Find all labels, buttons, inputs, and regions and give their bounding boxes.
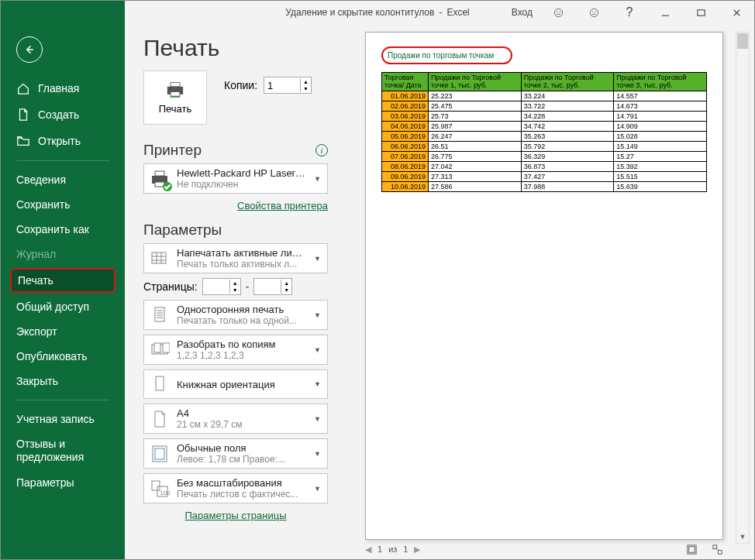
main-area: Печать Печать Копии: ▲▼ Принтер i bbox=[125, 24, 754, 559]
svg-point-3 bbox=[590, 9, 598, 16]
orientation-selector[interactable]: Книжная ориентация ▼ bbox=[143, 369, 328, 399]
copies-input[interactable] bbox=[264, 78, 300, 93]
nav-open[interactable]: Открыть bbox=[1, 128, 125, 154]
printer-heading: Принтер i bbox=[143, 142, 328, 159]
page-setup-link[interactable]: Параметры страницы bbox=[184, 510, 286, 521]
table-row: 07.06.201926.77536.32915.27 bbox=[382, 152, 707, 162]
chevron-down-icon: ▼ bbox=[312, 311, 322, 319]
divider bbox=[16, 160, 109, 161]
print-preview: Продажи по торговым точкам Торговая точк… bbox=[342, 24, 754, 559]
svg-rect-12 bbox=[155, 171, 164, 176]
scroll-down-icon[interactable]: ▼ bbox=[736, 530, 749, 543]
printer-properties-link[interactable]: Свойства принтера bbox=[237, 200, 328, 211]
table-row: 08.06.201927.04236.87315.392 bbox=[382, 162, 707, 172]
minimize-button[interactable] bbox=[647, 1, 683, 24]
svg-rect-22 bbox=[155, 448, 164, 459]
page-from-spinner[interactable]: ▲▼ bbox=[202, 278, 241, 295]
page-title: Печать bbox=[143, 35, 328, 61]
chevron-down-icon: ▼ bbox=[312, 415, 322, 423]
nav-print[interactable]: Печать bbox=[10, 268, 115, 293]
printer-device-icon bbox=[149, 168, 171, 190]
prev-page-button[interactable]: ◀ bbox=[365, 545, 371, 555]
page-header-callout: Продажи по торговым точкам bbox=[381, 46, 512, 64]
svg-point-0 bbox=[554, 9, 562, 16]
page-from-input[interactable] bbox=[203, 280, 229, 294]
scale-icon: 100 bbox=[149, 478, 171, 500]
table-row: 06.06.201926.5135.79215.149 bbox=[382, 142, 707, 152]
help-button[interactable]: ? bbox=[612, 1, 647, 24]
nav-info[interactable]: Сведения bbox=[1, 167, 125, 192]
zoom-to-page-icon[interactable] bbox=[712, 544, 723, 555]
scaling-selector[interactable]: 100 Без масштабированияПечать листов с ф… bbox=[143, 473, 328, 503]
svg-rect-19 bbox=[163, 343, 170, 352]
svg-rect-27 bbox=[689, 546, 695, 552]
print-options-panel: Печать Печать Копии: ▲▼ Принтер i bbox=[125, 24, 342, 559]
svg-rect-6 bbox=[697, 9, 704, 15]
col-header: Продажи по Торговой точке 1, тыс. руб. bbox=[429, 73, 522, 91]
copies-label: Копии: bbox=[224, 79, 257, 91]
paper-size-selector[interactable]: A421 см x 29,7 см ▼ bbox=[143, 404, 328, 434]
svg-rect-23 bbox=[152, 481, 160, 490]
doc-name: Удаление и скрытие колонтитулов bbox=[285, 7, 434, 18]
portrait-icon bbox=[149, 373, 171, 395]
table-row: 04.06.201925.98734.74214.909 bbox=[382, 122, 707, 132]
nav-save[interactable]: Сохранить bbox=[1, 192, 125, 217]
nav-publish[interactable]: Опубликовать bbox=[1, 344, 125, 369]
page-single-icon bbox=[149, 304, 171, 326]
sides-selector[interactable]: Односторонняя печатьПечатать только на о… bbox=[143, 300, 328, 330]
table-row: 03.06.201925.7334.22814.791 bbox=[382, 112, 707, 122]
face-sad-icon[interactable] bbox=[576, 1, 612, 24]
svg-rect-28 bbox=[713, 545, 717, 548]
chevron-down-icon: ▼ bbox=[312, 485, 322, 493]
back-button[interactable] bbox=[16, 36, 43, 63]
preview-scrollbar[interactable]: ▲ ▼ bbox=[736, 32, 750, 544]
info-icon[interactable]: i bbox=[315, 144, 328, 156]
printer-status: Не подключен bbox=[177, 179, 306, 190]
svg-point-5 bbox=[595, 11, 596, 12]
margins-selector[interactable]: Обычные поляЛевое: 1,78 см Правое:... ▼ bbox=[143, 438, 328, 469]
printer-icon bbox=[164, 81, 186, 98]
margins-icon bbox=[149, 443, 171, 465]
table-row: 01.06.201925.22333.22414.557 bbox=[382, 91, 707, 101]
svg-rect-29 bbox=[718, 550, 722, 554]
show-margins-icon[interactable] bbox=[686, 544, 698, 555]
page-to-spinner[interactable]: ▲▼ bbox=[253, 278, 292, 295]
svg-text:100: 100 bbox=[160, 490, 170, 496]
sign-in-button[interactable]: Вход bbox=[504, 1, 540, 24]
app-name: Excel bbox=[446, 7, 469, 18]
table-row: 02.06.201925.47533.72214.673 bbox=[382, 101, 707, 112]
print-button[interactable]: Печать bbox=[143, 70, 207, 125]
close-button[interactable] bbox=[719, 1, 754, 24]
collate-icon bbox=[149, 339, 171, 361]
printer-name: Hewlett-Packard HP LaserJe... bbox=[177, 167, 306, 179]
nav-new[interactable]: Создать bbox=[1, 101, 125, 128]
col-header: Продажи по Торговой точке 3, тыс. руб. bbox=[614, 73, 707, 91]
svg-rect-15 bbox=[155, 307, 164, 321]
nav-history: Журнал bbox=[1, 242, 125, 266]
nav-saveas[interactable]: Сохранить как bbox=[1, 217, 125, 242]
next-page-button[interactable]: ▶ bbox=[414, 545, 420, 555]
divider bbox=[16, 400, 109, 400]
nav-feedback[interactable]: Отзывы и предложения bbox=[1, 431, 125, 470]
collate-selector[interactable]: Разобрать по копиям1,2,3 1,2,3 1,2,3 ▼ bbox=[143, 335, 328, 365]
svg-point-2 bbox=[560, 11, 560, 12]
nav-share[interactable]: Общий доступ bbox=[1, 294, 125, 319]
page-to-input[interactable] bbox=[254, 280, 281, 294]
scroll-thumb[interactable] bbox=[737, 33, 748, 49]
nav-close[interactable]: Закрыть bbox=[1, 369, 125, 393]
print-what-selector[interactable]: Напечатать активные листыПечать только а… bbox=[143, 243, 328, 273]
face-smile-icon[interactable] bbox=[540, 1, 576, 24]
nav-options[interactable]: Параметры bbox=[1, 470, 125, 495]
spin-up-icon[interactable]: ▲ bbox=[301, 78, 311, 85]
nav-home[interactable]: Главная bbox=[1, 75, 125, 101]
status-ok-icon bbox=[163, 182, 172, 191]
copies-spinner[interactable]: ▲▼ bbox=[264, 77, 312, 94]
chevron-down-icon: ▼ bbox=[312, 175, 322, 183]
nav-account[interactable]: Учетная запись bbox=[1, 407, 125, 431]
svg-point-4 bbox=[592, 11, 593, 12]
maximize-button[interactable] bbox=[683, 1, 719, 24]
printer-selector[interactable]: Hewlett-Packard HP LaserJe... Не подключ… bbox=[143, 163, 328, 194]
spin-down-icon[interactable]: ▼ bbox=[301, 85, 311, 92]
nav-export[interactable]: Экспорт bbox=[1, 319, 125, 344]
chevron-down-icon: ▼ bbox=[312, 346, 322, 354]
